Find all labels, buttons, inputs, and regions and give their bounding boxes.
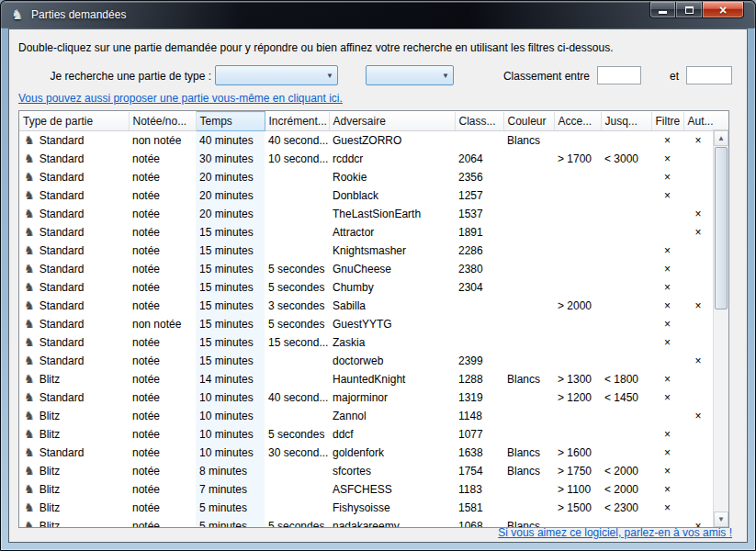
column-header-8[interactable]: Jusq... bbox=[601, 112, 651, 131]
rating-min-input[interactable] bbox=[597, 66, 641, 84]
vertical-scrollbar[interactable]: ▲ ▼ bbox=[713, 130, 728, 527]
cell-2: 20 minutes bbox=[196, 186, 265, 205]
game-type-select[interactable]: ▼ bbox=[215, 65, 338, 85]
column-header-10[interactable]: Aut... bbox=[683, 112, 713, 131]
game-row[interactable]: ♞Standardnotée10 minutes30 second...gold… bbox=[19, 444, 713, 462]
game-row[interactable]: ♞Blitznotée10 minutesZannol1148× bbox=[19, 407, 713, 425]
game-row[interactable]: ♞Blitznotée10 minutes5 secondesddcf1077× bbox=[19, 425, 713, 444]
cell-10 bbox=[683, 260, 713, 278]
column-header-2[interactable]: Temps bbox=[196, 112, 265, 131]
game-row[interactable]: ♞Blitznotée14 minutesHauntedKnight1288Bl… bbox=[19, 370, 713, 388]
minimize-button[interactable] bbox=[649, 2, 676, 18]
cell-10: × bbox=[683, 297, 713, 315]
column-header-9[interactable]: Filtre bbox=[651, 112, 683, 131]
knight-icon: ♞ bbox=[24, 170, 35, 184]
game-row[interactable]: ♞Standardnotée15 minutes5 secondesGnuChe… bbox=[19, 260, 713, 278]
cell-5: 1077 bbox=[455, 425, 503, 444]
cell-3 bbox=[265, 168, 329, 186]
cell-0: ♞Blitz bbox=[19, 499, 129, 517]
scroll-down-button[interactable]: ▼ bbox=[714, 512, 728, 527]
cell-2: 7 minutes bbox=[196, 480, 265, 499]
cell-5: 1257 bbox=[455, 186, 503, 205]
game-type-text: Standard bbox=[39, 171, 85, 184]
cell-8 bbox=[601, 223, 651, 242]
cell-0: ♞Standard bbox=[19, 242, 129, 260]
game-row[interactable]: ♞Standardnotée15 minutes5 secondesChumby… bbox=[19, 278, 713, 297]
game-row[interactable]: ♞Standardnotée20 minutesDonblack1257× bbox=[19, 186, 713, 205]
game-row[interactable]: ♞Standardnotée30 minutes10 second...rcdd… bbox=[19, 150, 713, 168]
cell-0: ♞Standard bbox=[19, 260, 129, 278]
cell-1: notée bbox=[129, 333, 196, 352]
game-type-label: Je recherche une partie de type : bbox=[17, 70, 211, 83]
cell-9: × bbox=[651, 242, 683, 260]
game-type-text: Standard bbox=[39, 263, 85, 276]
cell-4: Fishysoisse bbox=[329, 499, 455, 517]
cell-6 bbox=[503, 425, 554, 444]
scroll-up-button[interactable]: ▲ bbox=[714, 130, 728, 146]
cell-2: 15 minutes bbox=[196, 297, 265, 315]
cell-2: 15 minutes bbox=[196, 260, 265, 278]
game-row[interactable]: ♞Standardnotée15 minutesdoctorweb2399× bbox=[19, 352, 713, 370]
share-with-friends-link[interactable]: Si vous aimez ce logiciel, parlez-en à v… bbox=[498, 526, 732, 539]
game-row[interactable]: ♞Standardnotée15 minutesAttractor1891× bbox=[19, 223, 713, 242]
game-subtype-select[interactable]: ▼ bbox=[366, 65, 454, 85]
cell-0: ♞Standard bbox=[19, 205, 129, 223]
cell-1: notée bbox=[129, 425, 196, 444]
column-header-3[interactable]: Incrément... bbox=[265, 112, 329, 131]
cell-1: notée bbox=[129, 370, 196, 388]
column-header-6[interactable]: Couleur bbox=[503, 112, 554, 131]
propose-game-link[interactable]: Vous pouvez aussi proposer une partie vo… bbox=[18, 92, 343, 105]
game-row[interactable]: ♞Blitznotée5 minutesFishysoisse1581> 150… bbox=[19, 499, 713, 517]
scroll-thumb[interactable] bbox=[715, 147, 728, 309]
game-type-text: Blitz bbox=[39, 501, 61, 514]
cell-5: 2286 bbox=[455, 242, 503, 260]
column-header-5[interactable]: Class... bbox=[455, 112, 503, 131]
cell-3: 30 second... bbox=[265, 444, 329, 462]
cell-10 bbox=[683, 462, 713, 480]
game-row[interactable]: ♞Standardnon notée15 minutes5 secondesGu… bbox=[19, 315, 713, 333]
cell-10 bbox=[683, 499, 713, 517]
cell-4: majorminor bbox=[329, 388, 455, 407]
knight-icon: ♞ bbox=[24, 427, 35, 441]
column-header-0[interactable]: Type de partie bbox=[19, 112, 129, 131]
game-row[interactable]: ♞Standardnon notée40 minutes40 second...… bbox=[19, 131, 713, 151]
column-header-7[interactable]: Acce... bbox=[554, 112, 601, 131]
game-row[interactable]: ♞Standardnotée10 minutes40 second...majo… bbox=[19, 388, 713, 407]
cell-2: 5 minutes bbox=[196, 499, 265, 517]
game-row[interactable]: ♞Standardnotée15 minutes15 second...Zask… bbox=[19, 333, 713, 352]
cell-10 bbox=[683, 168, 713, 186]
maximize-button[interactable] bbox=[676, 2, 702, 18]
cell-0: ♞Blitz bbox=[19, 517, 129, 528]
cell-5: 1638 bbox=[455, 444, 503, 462]
game-row[interactable]: ♞Blitznotée7 minutesASFCHESS1183> 1100< … bbox=[19, 480, 713, 499]
desktop-background: ♞ Parties demandées × Double-cliquez sur… bbox=[0, 0, 756, 551]
cell-9: × bbox=[651, 297, 683, 315]
cell-10: × bbox=[683, 205, 713, 223]
cell-1: notée bbox=[129, 517, 196, 528]
column-header-4[interactable]: Adversaire bbox=[329, 112, 455, 131]
knight-icon: ♞ bbox=[24, 372, 35, 386]
game-row[interactable]: ♞Standardnotée15 minutesKnightsmasher228… bbox=[19, 242, 713, 260]
cell-4: GuestYYTG bbox=[329, 315, 455, 333]
cell-4: Chumby bbox=[329, 278, 455, 297]
close-button[interactable]: × bbox=[702, 2, 744, 18]
column-header-1[interactable]: Notée/no... bbox=[129, 112, 196, 131]
knight-icon: ♞ bbox=[24, 207, 35, 220]
cell-2: 15 minutes bbox=[196, 278, 265, 297]
cell-4: GnuCheese bbox=[329, 260, 455, 278]
cell-8 bbox=[601, 333, 651, 352]
game-type-text: Standard bbox=[39, 299, 85, 312]
cell-8 bbox=[601, 131, 651, 151]
cell-5 bbox=[455, 131, 503, 151]
rating-max-input[interactable] bbox=[686, 66, 732, 84]
cell-10 bbox=[683, 480, 713, 499]
cell-2: 20 minutes bbox=[196, 168, 265, 186]
game-row[interactable]: ♞Standardnotée20 minutesTheLastSionEarth… bbox=[19, 205, 713, 223]
titlebar[interactable]: ♞ Parties demandées × bbox=[2, 2, 754, 28]
game-row[interactable]: ♞Blitznotée8 minutessfcortes1754Blancs> … bbox=[19, 462, 713, 480]
game-row[interactable]: ♞Standardnotée15 minutes3 secondesSabill… bbox=[19, 297, 713, 315]
game-row[interactable]: ♞Standardnotée20 minutesRookie2356× bbox=[19, 168, 713, 186]
cell-3: 5 secondes bbox=[265, 517, 329, 528]
cell-0: ♞Standard bbox=[19, 388, 129, 407]
cell-0: ♞Standard bbox=[19, 297, 129, 315]
